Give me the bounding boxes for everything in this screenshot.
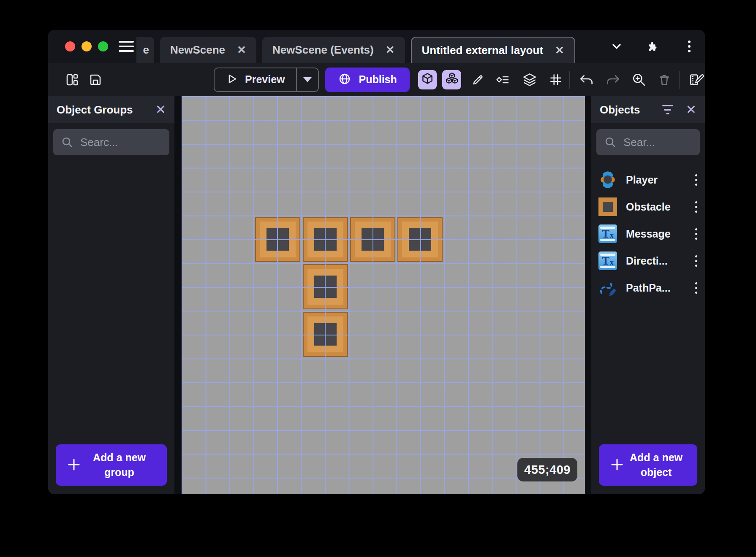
preview-dropdown-button[interactable] [296,68,318,91]
obstacle-icon [598,197,617,216]
tab-label: Untitled external layout [422,44,544,57]
object-label: Message [626,228,693,240]
tab-bar: e NewScene ✕ NewScene (Events) ✕ Untitle… [136,30,575,63]
toolbar: Preview Publish [48,63,705,96]
main-menu-button[interactable] [119,41,134,52]
preview-label: Preview [245,73,285,86]
object-groups-list [48,155,174,438]
close-panel-icon[interactable]: ✕ [686,103,696,116]
tab-label: NewScene [170,43,225,57]
plus-icon [609,457,625,474]
extensions-puzzle-icon[interactable] [647,40,659,53]
search-icon [61,136,73,149]
tab-close-icon[interactable]: ✕ [237,44,246,55]
player-icon [598,170,617,189]
objects-editor-toggle-button[interactable] [418,70,437,89]
object-groups-panel-header: Object Groups ✕ [48,96,174,123]
object-groups-search[interactable] [53,129,169,155]
preview-button[interactable]: Preview [214,68,319,92]
tab-newscene-events[interactable]: NewScene (Events) ✕ [262,37,405,63]
cube-icon [420,72,435,87]
text-object-icon: Tx [598,251,617,270]
editor-content: Object Groups ✕ Add a new grou [48,96,705,494]
zoom-in-button[interactable] [631,72,647,87]
tab-untitled-external-layout[interactable]: Untitled external layout ✕ [411,37,575,63]
object-label: Directi... [626,255,693,267]
layers-editor-button[interactable] [522,72,538,87]
desktop-background: e NewScene ✕ NewScene (Events) ✕ Untitle… [0,0,756,557]
obstacle-instance[interactable] [303,217,348,262]
objects-list: PlayerObstacleTxMessageTxDirecti...PathP… [591,155,705,438]
tab-close-icon[interactable]: ✕ [555,45,564,56]
window-menu-kebab-icon[interactable] [683,40,696,53]
object-menu-kebab-icon[interactable] [693,281,699,295]
objects-search[interactable] [596,129,700,155]
title-bar: e NewScene ✕ NewScene (Events) ✕ Untitle… [48,30,705,63]
obstacle-instance[interactable] [255,217,300,262]
tab-newscene[interactable]: NewScene ✕ [160,37,256,63]
scene-canvas[interactable]: 455;409 [182,96,585,494]
search-input[interactable] [623,136,692,149]
edit-scene-properties-button[interactable] [688,72,705,87]
caret-down-icon [303,77,312,82]
object-menu-kebab-icon[interactable] [693,200,699,214]
obstacle-instance[interactable] [397,217,443,262]
project-manager-button[interactable] [64,72,79,87]
delete-selection-button[interactable] [657,73,672,87]
add-object-button[interactable]: Add a new object [599,444,697,486]
object-row[interactable]: PathPa... [591,274,705,301]
tab-clipped-label: e [143,43,149,57]
tab-clipped[interactable]: e [136,37,154,63]
object-row[interactable]: Obstacle [591,193,705,220]
toolbar-divider [679,71,680,89]
app-window: e NewScene ✕ NewScene (Events) ✕ Untitle… [48,30,705,494]
instances-list-button[interactable] [495,73,511,87]
object-row[interactable]: Player [591,166,705,193]
panel-title: Object Groups [57,103,133,116]
redo-button[interactable] [605,73,621,87]
plus-icon [66,457,82,474]
tab-close-icon[interactable]: ✕ [386,44,395,55]
object-menu-kebab-icon[interactable] [693,227,699,241]
tab-label: NewScene (Events) [272,43,374,57]
object-menu-kebab-icon[interactable] [693,254,699,268]
play-icon [226,73,238,87]
object-menu-kebab-icon[interactable] [693,173,699,187]
maximize-window-button[interactable] [98,41,108,51]
path-object-icon [598,278,617,297]
cursor-coordinates-badge: 455;409 [517,458,577,481]
grid-settings-button[interactable] [549,73,563,87]
save-button[interactable] [88,72,103,87]
search-input[interactable] [80,136,162,149]
object-row[interactable]: TxDirecti... [591,247,705,274]
obstacle-instance[interactable] [303,312,348,357]
close-panel-icon[interactable]: ✕ [155,103,166,116]
close-window-button[interactable] [65,41,75,51]
cubes-icon [444,71,460,88]
chevron-down-icon[interactable] [610,40,623,53]
publish-button[interactable]: Publish [325,68,410,92]
obstacle-instance[interactable] [350,217,395,262]
minimize-window-button[interactable] [82,41,92,51]
object-groups-editor-toggle-button[interactable] [442,70,461,89]
object-label: PathPa... [626,282,693,294]
filter-icon[interactable] [662,105,673,115]
add-group-button[interactable]: Add a new group [56,444,167,486]
object-groups-panel: Object Groups ✕ Add a new grou [48,96,174,494]
objects-panel-header: Objects ✕ [591,96,705,123]
add-object-label-line2: object [625,465,687,480]
panel-title: Objects [600,103,640,116]
object-row[interactable]: TxMessage [591,220,705,247]
add-object-label-line1: Add a new [625,450,687,465]
canvas-grid [182,96,585,494]
undo-button[interactable] [579,73,595,87]
toolbar-divider [569,71,570,89]
objects-panel: Objects ✕ PlayerObstacleTxMessageTxDirec… [591,96,705,494]
add-group-label-line1: Add a new [82,450,157,465]
add-group-label-line2: group [82,465,157,480]
text-object-icon: Tx [598,224,617,243]
obstacle-instance[interactable] [303,264,348,309]
search-icon [604,136,617,149]
edit-mode-button[interactable] [470,73,485,87]
traffic-lights [48,30,108,63]
